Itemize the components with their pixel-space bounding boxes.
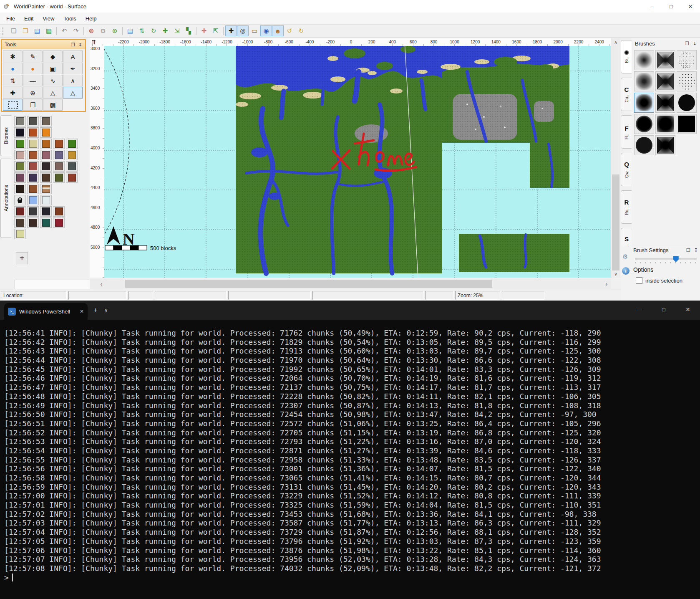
dither-selection-tool[interactable]: ▩ — [43, 99, 63, 111]
sponge-tool[interactable]: ✚ — [3, 87, 23, 99]
terrain-swatch[interactable] — [53, 139, 65, 149]
new-file-icon[interactable]: ❏ — [8, 25, 20, 36]
terrain-swatch[interactable] — [27, 184, 39, 194]
pin-panel-icon[interactable]: ↧ — [78, 42, 82, 48]
brush-swatch[interactable] — [634, 71, 654, 91]
spawn-marker-icon[interactable]: ✛ — [198, 25, 210, 36]
menu-tools[interactable]: Tools — [59, 13, 81, 24]
terminal-minimize-button[interactable]: — — [627, 301, 652, 318]
wp-minimize-button[interactable]: – — [642, 0, 662, 13]
terrain-swatch[interactable] — [40, 172, 52, 183]
map-canvas[interactable]: N 500 blocks — [104, 46, 611, 278]
select-rect-tool[interactable] — [3, 99, 23, 111]
float-panel-icon[interactable]: ❐ — [685, 41, 689, 46]
pencil-tool[interactable]: ✎ — [23, 51, 43, 62]
terrain-swatch[interactable] — [27, 116, 39, 126]
sidebar-tab-biomes[interactable]: Biomes — [0, 115, 11, 156]
eyedropper-tool[interactable]: ✒ — [63, 63, 83, 74]
contract-icon[interactable]: ⇱ — [210, 25, 222, 36]
brush-tab-Qw[interactable]: QQw.. — [621, 153, 632, 186]
redo-icon[interactable]: ↷ — [70, 25, 82, 36]
rotate-icon[interactable]: ↻ — [148, 25, 159, 36]
stamp-tool[interactable]: ▣ — [43, 63, 63, 74]
terrain-swatch[interactable] — [14, 206, 26, 217]
rotate-left-bubble-icon[interactable]: ↺ — [284, 25, 295, 36]
brush-swatch[interactable] — [677, 93, 697, 113]
brush-swatch[interactable] — [634, 135, 654, 155]
export-image-icon[interactable]: ▦ — [43, 25, 55, 36]
terminal-output[interactable]: [12:56:41 INFO]: [Chunky] Task running f… — [0, 320, 700, 582]
terrain-swatch[interactable] — [14, 139, 26, 149]
brush-swatch[interactable] — [634, 93, 654, 113]
menu-view[interactable]: View — [38, 13, 59, 24]
terrain-swatch[interactable] — [14, 150, 26, 160]
terrain-swatch[interactable] — [14, 195, 26, 205]
zoom-reset-icon[interactable]: ⊚ — [86, 25, 97, 36]
brush-tab-Ro[interactable]: RRo.. — [621, 190, 632, 224]
brush-tab-Cu[interactable]: CCu.. — [621, 78, 632, 111]
terrain-swatch[interactable] — [27, 217, 39, 228]
terrain-swatch[interactable] — [14, 172, 26, 183]
terminal-tab[interactable]: >_ Windows PowerShell ✕ — [4, 303, 88, 320]
terrain-swatch[interactable] — [40, 161, 52, 172]
undo-icon[interactable]: ↶ — [58, 25, 70, 36]
scroll-vertical-icon[interactable]: ⇅ — [136, 25, 148, 36]
save-icon[interactable]: ▤ — [31, 25, 43, 36]
brush-swatch[interactable] — [655, 135, 675, 155]
menu-file[interactable]: File — [2, 13, 20, 24]
terrain-swatch[interactable] — [14, 229, 26, 239]
terrain-swatch[interactable] — [66, 139, 78, 149]
pin-panel-icon[interactable]: ↧ — [694, 248, 698, 253]
raise-mountain-tool[interactable]: ∧ — [63, 75, 83, 86]
float-panel-icon[interactable]: ❐ — [686, 248, 690, 253]
pin-panel-icon[interactable]: ↧ — [693, 41, 697, 46]
terrain-swatch[interactable] — [27, 195, 39, 205]
scroll-down-icon[interactable]: ∨ — [611, 270, 620, 278]
brush-swatch[interactable] — [677, 71, 697, 91]
terrain-swatch[interactable] — [66, 172, 78, 183]
raise-pyramid-alt-tool[interactable]: △ — [63, 87, 83, 99]
lava-drop-tool[interactable]: ● — [23, 63, 43, 74]
wrench-icon[interactable]: ⚙ — [622, 253, 628, 260]
terrain-swatch[interactable] — [27, 206, 39, 217]
tab-dropdown-icon[interactable]: ∨ — [104, 307, 108, 313]
close-tab-icon[interactable]: ✕ — [80, 308, 84, 314]
expand-icon[interactable]: ⇲ — [171, 25, 183, 36]
spray-tool[interactable]: ✱ — [3, 51, 23, 62]
open-folder-icon[interactable]: ❒ — [20, 25, 31, 36]
image-overlay-icon[interactable]: ▭ — [249, 25, 260, 36]
brush-swatch[interactable] — [634, 114, 654, 134]
terrain-swatch[interactable] — [40, 116, 52, 126]
terrain-swatch[interactable] — [40, 206, 52, 217]
origin-icon[interactable]: ◎ — [237, 25, 249, 36]
terrain-swatch[interactable] — [14, 184, 26, 194]
terrain-swatch[interactable] — [27, 150, 39, 160]
terminal-maximize-button[interactable]: □ — [652, 301, 676, 318]
new-tab-button[interactable]: + — [93, 306, 98, 314]
eye-overlay-icon[interactable]: ◉ — [260, 25, 272, 36]
menu-help[interactable]: Help — [81, 13, 101, 24]
copy-selection-tool[interactable]: ❐ — [23, 99, 43, 111]
brush-tab-Fl[interactable]: FFl.. — [621, 115, 632, 149]
brush-swatch[interactable] — [677, 114, 697, 134]
sidebar-tab-annotations[interactable]: Annotations — [0, 159, 11, 238]
horizontal-scroll-thumb[interactable] — [125, 280, 492, 288]
wp-maximize-button[interactable]: □ — [662, 0, 681, 13]
text-tool[interactable]: A — [63, 51, 83, 62]
flood-fill-tool[interactable]: ◆ — [43, 51, 63, 62]
raise-pyramid-tool[interactable]: △ — [43, 87, 63, 99]
terrain-swatch[interactable] — [53, 217, 65, 228]
water-drop-tool[interactable]: ● — [3, 63, 23, 74]
merge-icon[interactable]: ▚ — [183, 25, 194, 36]
terrain-swatch[interactable] — [53, 150, 65, 160]
flatten-tool[interactable]: — — [23, 75, 43, 86]
brush-tab-Br[interactable]: Br.. — [621, 40, 632, 73]
properties-dialog-icon[interactable]: ▤ — [124, 25, 136, 36]
brush-swatch[interactable] — [655, 114, 675, 134]
scroll-left-icon[interactable]: ‹ — [97, 279, 106, 289]
terrain-swatch[interactable] — [40, 195, 52, 205]
rotate-right-bubble-icon[interactable]: ↻ — [295, 25, 307, 36]
terrain-swatch[interactable] — [14, 217, 26, 228]
terrain-swatch[interactable] — [40, 217, 52, 228]
palette-scroll-track[interactable] — [15, 280, 93, 289]
